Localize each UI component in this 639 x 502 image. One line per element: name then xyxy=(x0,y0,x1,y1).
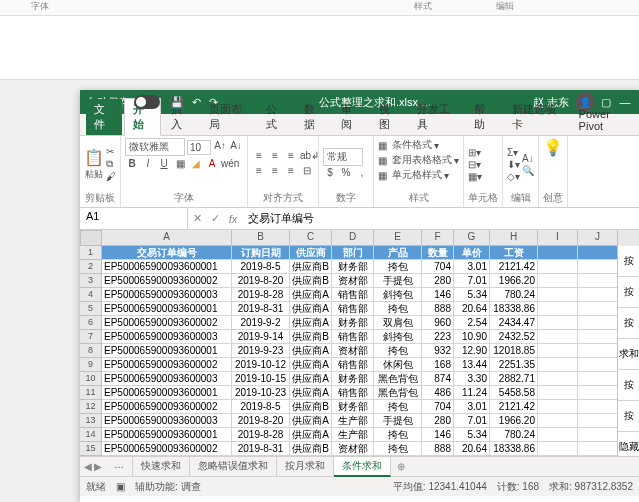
cell[interactable] xyxy=(538,288,578,302)
cell[interactable]: 供应商A xyxy=(290,428,332,442)
cell[interactable] xyxy=(578,442,618,456)
row-header[interactable]: 6 xyxy=(80,316,102,330)
fill-color-icon[interactable]: ◢ xyxy=(189,158,203,172)
cell[interactable]: 黑色背包 xyxy=(374,372,422,386)
number-format-select[interactable]: 常规 xyxy=(323,148,363,166)
paste-button[interactable]: 📋 粘贴 xyxy=(84,148,104,181)
cell[interactable]: 供应商B xyxy=(290,274,332,288)
cell[interactable]: 20.64 xyxy=(454,442,490,456)
cell[interactable]: 供应商A xyxy=(290,316,332,330)
align-left-icon[interactable]: ≡ xyxy=(252,165,266,179)
column-header[interactable]: D xyxy=(332,230,374,246)
cell[interactable]: EP500065900093600003 xyxy=(102,330,232,344)
enter-formula-icon[interactable]: ✓ xyxy=(206,212,224,225)
currency-icon[interactable]: $ xyxy=(323,167,337,181)
cell[interactable]: EP500065900093600003 xyxy=(102,288,232,302)
spreadsheet-grid[interactable]: ABCDEFGHIJ 1交易订单编号订购日期供应商部门产品数量单价工资2EP50… xyxy=(80,230,639,456)
cell[interactable]: 挎包 xyxy=(374,260,422,274)
cell[interactable] xyxy=(538,344,578,358)
row-header[interactable]: 12 xyxy=(80,400,102,414)
column-header[interactable]: C xyxy=(290,230,332,246)
column-header[interactable]: F xyxy=(422,230,454,246)
sheet-tab[interactable]: … xyxy=(106,457,133,477)
align-top-icon[interactable]: ≡ xyxy=(252,150,266,164)
cell[interactable] xyxy=(578,428,618,442)
cell[interactable]: 780.24 xyxy=(490,428,538,442)
format-as-table-button[interactable]: ▦套用表格格式▾ xyxy=(378,153,459,167)
cell[interactable] xyxy=(578,288,618,302)
cell[interactable]: 2251.35 xyxy=(490,358,538,372)
cell[interactable]: 斜挎包 xyxy=(374,288,422,302)
name-box[interactable]: A1 xyxy=(80,208,188,229)
cell[interactable] xyxy=(578,400,618,414)
cell[interactable]: 销售部 xyxy=(332,288,374,302)
cell[interactable]: 供应商B xyxy=(290,330,332,344)
cell[interactable]: 146 xyxy=(422,428,454,442)
undo-icon[interactable]: ↶ xyxy=(192,96,201,109)
cell[interactable]: EP500065900093600002 xyxy=(102,274,232,288)
cell[interactable]: 销售部 xyxy=(332,302,374,316)
cell[interactable]: 5458.58 xyxy=(490,386,538,400)
cell[interactable]: 资材部 xyxy=(332,344,374,358)
cell[interactable]: 704 xyxy=(422,260,454,274)
cell[interactable]: 产品 xyxy=(374,246,422,260)
cell[interactable] xyxy=(538,274,578,288)
font-size-select[interactable]: 10 xyxy=(187,140,211,155)
cell[interactable]: 斜挎包 xyxy=(374,330,422,344)
italic-button[interactable]: I xyxy=(141,158,155,172)
sheet-tab[interactable]: 按月求和 xyxy=(277,457,334,477)
cell[interactable] xyxy=(538,260,578,274)
cell[interactable]: 20.64 xyxy=(454,302,490,316)
column-header[interactable]: B xyxy=(232,230,290,246)
column-header[interactable]: I xyxy=(538,230,578,246)
format-cells-icon[interactable]: ▦▾ xyxy=(468,171,482,182)
cell[interactable]: 2019-10-23 xyxy=(232,386,290,400)
insert-cells-icon[interactable]: ⊞▾ xyxy=(468,147,482,158)
cell[interactable]: 2019-10-15 xyxy=(232,372,290,386)
row-header[interactable]: 5 xyxy=(80,302,102,316)
select-all-corner[interactable] xyxy=(80,230,102,246)
tab-开发工具[interactable]: 开发工具 xyxy=(409,99,464,135)
redo-icon[interactable]: ↷ xyxy=(209,96,218,109)
cell[interactable] xyxy=(538,386,578,400)
record-macro-icon[interactable]: ▣ xyxy=(116,481,125,492)
cell[interactable]: 10.90 xyxy=(454,330,490,344)
cell[interactable]: 2019-8-20 xyxy=(232,414,290,428)
cell[interactable]: 手提包 xyxy=(374,274,422,288)
cell[interactable]: 5.34 xyxy=(454,288,490,302)
cell[interactable]: 18338.86 xyxy=(490,442,538,456)
tab-审阅[interactable]: 审阅 xyxy=(333,99,369,135)
cell[interactable]: 生产部 xyxy=(332,414,374,428)
column-header[interactable]: J xyxy=(578,230,618,246)
sheet-tab[interactable]: 忽略错误值求和 xyxy=(190,457,277,477)
cell[interactable]: 供应商B xyxy=(290,400,332,414)
bold-button[interactable]: B xyxy=(125,158,139,172)
cell[interactable]: 销售部 xyxy=(332,330,374,344)
cell[interactable] xyxy=(578,316,618,330)
row-header[interactable]: 14 xyxy=(80,428,102,442)
cell[interactable]: 3.30 xyxy=(454,372,490,386)
cell[interactable] xyxy=(578,302,618,316)
autosum-icon[interactable]: Σ▾ xyxy=(507,147,520,158)
cell[interactable]: 486 xyxy=(422,386,454,400)
cell[interactable]: 12018.85 xyxy=(490,344,538,358)
sort-filter-icon[interactable]: A↓ xyxy=(522,153,534,164)
cell[interactable]: 2019-9-14 xyxy=(232,330,290,344)
cell[interactable]: 5.34 xyxy=(454,428,490,442)
cell[interactable]: 供应商A xyxy=(290,358,332,372)
cell[interactable]: 挎包 xyxy=(374,442,422,456)
tab-视图[interactable]: 视图 xyxy=(371,99,407,135)
cell[interactable]: 财务部 xyxy=(332,372,374,386)
cell[interactable]: EP500065900093600001 xyxy=(102,428,232,442)
tab-数据[interactable]: 数据 xyxy=(296,99,332,135)
conditional-format-button[interactable]: ▦条件格式▾ xyxy=(378,138,459,152)
cell[interactable]: 交易订单编号 xyxy=(102,246,232,260)
cell[interactable]: 供应商B xyxy=(290,442,332,456)
tab-文件[interactable]: 文件 xyxy=(86,99,122,135)
cell[interactable]: 874 xyxy=(422,372,454,386)
save-icon[interactable]: 💾 xyxy=(170,96,184,109)
cell[interactable] xyxy=(538,246,578,260)
cell[interactable] xyxy=(578,274,618,288)
align-middle-icon[interactable]: ≡ xyxy=(268,150,282,164)
cell[interactable]: 供应商 xyxy=(290,246,332,260)
